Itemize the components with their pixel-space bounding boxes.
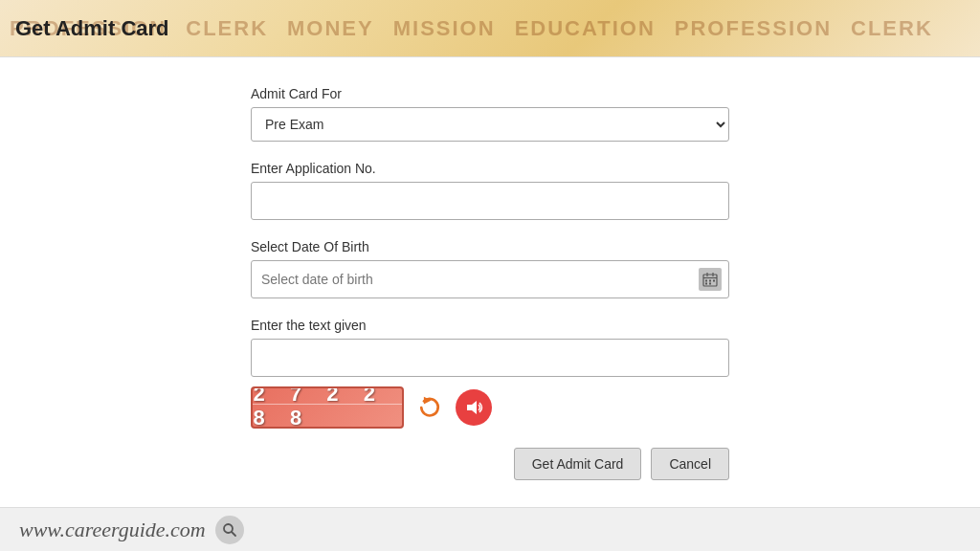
captcha-group: Enter the text given [251, 318, 729, 377]
footer-url: www.careerguide.com [19, 518, 206, 542]
application-no-input[interactable] [251, 182, 729, 220]
button-row: Get Admit Card Cancel [251, 448, 729, 480]
cancel-button[interactable]: Cancel [651, 448, 729, 480]
speaker-button[interactable] [456, 389, 492, 426]
dob-input-wrapper [251, 260, 729, 298]
main-content: Admit Card For Pre Exam Main Exam Enter … [0, 57, 980, 499]
get-admit-card-button[interactable]: Get Admit Card [514, 448, 642, 480]
svg-rect-4 [705, 280, 707, 282]
admit-card-for-label: Admit Card For [251, 86, 729, 101]
application-no-group: Enter Application No. [251, 161, 729, 220]
form-container: Admit Card For Pre Exam Main Exam Enter … [251, 86, 729, 480]
search-icon[interactable] [215, 516, 244, 544]
admit-card-for-group: Admit Card For Pre Exam Main Exam [251, 86, 729, 142]
captcha-label: Enter the text given [251, 318, 729, 333]
footer-bar: www.careerguide.com [0, 507, 980, 551]
application-no-label: Enter Application No. [251, 161, 729, 176]
page-title: Get Admit Card [15, 16, 169, 41]
svg-rect-8 [709, 283, 711, 285]
captcha-row: 2 7 2 2 8 8 [251, 386, 729, 429]
dob-input[interactable] [251, 260, 729, 298]
refresh-captcha-button[interactable] [413, 391, 446, 424]
svg-rect-5 [709, 280, 711, 282]
captcha-input[interactable] [251, 339, 729, 377]
captcha-image: 2 7 2 2 8 8 [251, 386, 404, 429]
svg-rect-6 [713, 280, 715, 282]
admit-card-for-select[interactable]: Pre Exam Main Exam [251, 107, 729, 142]
header-banner: PROFESSION CLERK MONEY MISSION EDUCATION… [0, 0, 980, 57]
svg-line-12 [232, 532, 235, 536]
svg-marker-10 [467, 401, 477, 414]
calendar-icon[interactable] [699, 268, 722, 291]
dob-group: Select Date Of Birth [251, 239, 729, 298]
dob-label: Select Date Of Birth [251, 239, 729, 254]
svg-rect-7 [705, 283, 707, 285]
